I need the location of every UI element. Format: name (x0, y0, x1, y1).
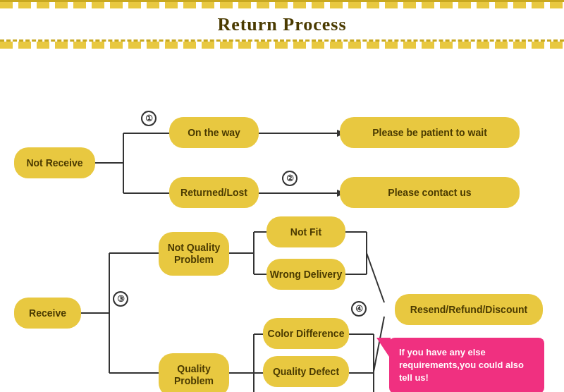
not-fit-node: Not Fit (266, 216, 345, 247)
patient-wait-node: Please be patient to wait (340, 117, 520, 148)
quality-defect-node: Quality Defect (263, 356, 349, 387)
contact-us-node: Please contact us (340, 177, 520, 208)
top-border (0, 0, 564, 8)
on-the-way-node: On the way (169, 117, 259, 148)
marker-4: ④ (351, 301, 367, 317)
color-diff-node: Color Difference (263, 318, 349, 349)
not-quality-node: Not Quality Problem (159, 232, 229, 276)
resend-node: Resend/Refund/Discount (395, 294, 543, 325)
speech-bubble: If you have any else requirements,you co… (389, 338, 544, 392)
quality-node: Quality Problem (159, 353, 229, 392)
marker-1: ① (141, 111, 157, 126)
diagram: Not Receive On the way Returned/Lost Ple… (0, 49, 564, 392)
bottom-border (0, 42, 564, 49)
page-title: Return Process (0, 14, 564, 35)
returned-lost-node: Returned/Lost (169, 177, 259, 208)
receive-node: Receive (14, 298, 81, 329)
wrong-delivery-node: Wrong Delivery (266, 259, 345, 290)
marker-2: ② (282, 171, 298, 186)
title-bar: Return Process (0, 8, 564, 42)
marker-3: ③ (113, 291, 128, 307)
svg-line-24 (367, 253, 384, 302)
not-receive-node: Not Receive (14, 147, 95, 178)
